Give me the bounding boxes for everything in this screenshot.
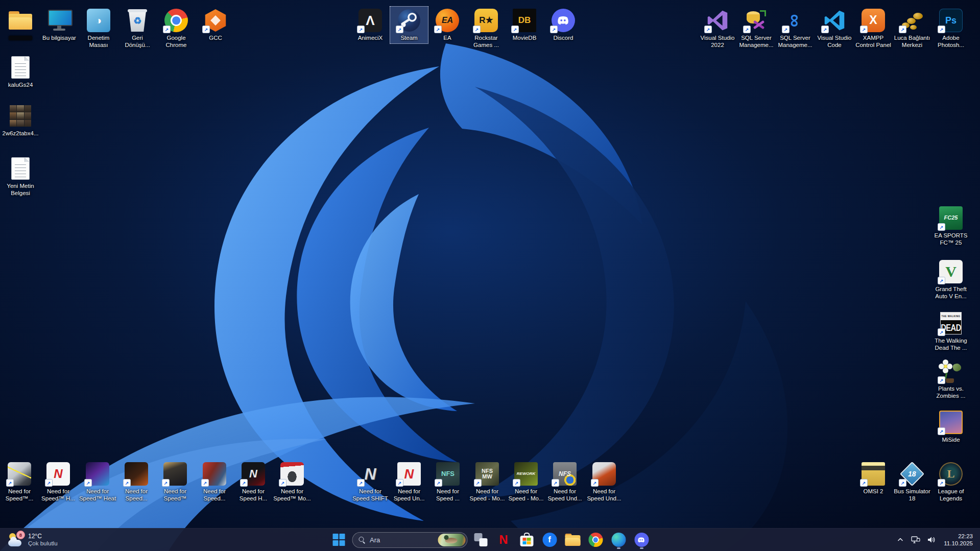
desktop-icon-miside[interactable]: ↗MiSide bbox=[931, 408, 970, 446]
windows-logo-icon bbox=[332, 534, 345, 546]
shortcut-arrow-icon: ↗ bbox=[511, 26, 519, 33]
icon-label: Plants vs. Zombies ... bbox=[932, 386, 970, 399]
desktop-icon-gcc[interactable]: ↗GCC bbox=[196, 6, 235, 44]
desktop-icon-text-file[interactable]: kaluGs24 bbox=[1, 53, 40, 91]
taskbar-file-explorer-button[interactable] bbox=[563, 530, 582, 549]
shortcut-arrow-icon: ↗ bbox=[84, 479, 92, 487]
chrome-center bbox=[172, 16, 180, 25]
desktop-icon-this-pc[interactable]: Bu bilgisayar bbox=[40, 6, 79, 44]
desktop-icon-ea[interactable]: EA↗EA bbox=[428, 6, 467, 44]
start-button[interactable] bbox=[329, 530, 348, 549]
bin-rim bbox=[128, 9, 147, 12]
desktop-icon-folder[interactable] bbox=[1, 6, 40, 42]
sql-server-management-studio-icon-box: ↗ bbox=[743, 8, 770, 33]
icon-label: OMSI 2 bbox=[864, 488, 883, 495]
chevron-up-icon[interactable] bbox=[896, 533, 905, 547]
nfs-most-wanted-camo-icon-glyph: NFS MW bbox=[482, 468, 493, 480]
desktop-icon-nfs-underground-2[interactable]: ↗Need for Speed Und... bbox=[585, 460, 624, 504]
desktop-icon-gta-v[interactable]: V↗Grand Theft Auto V En... bbox=[931, 257, 970, 302]
weather-widget[interactable]: 8 12°C Çok bulutlu bbox=[4, 529, 62, 551]
icon-label: kaluGs24 bbox=[8, 82, 33, 89]
icon-label: Need for Speed™ Heat bbox=[79, 488, 116, 502]
icon-label: The Walking Dead The ... bbox=[932, 338, 970, 351]
desktop-icon-nfs-hot-pursuit-remastered[interactable]: N↗Need for Speed™ H... bbox=[39, 460, 78, 504]
desktop-icon-ea-sports-fc-25[interactable]: FC25↗EA SPORTS FC™ 25 bbox=[931, 204, 970, 248]
desktop-icon-vscode[interactable]: ↗Visual Studio Code bbox=[815, 6, 854, 51]
desktop-icon-nfs-rework[interactable]: REWORK↗Need for Speed - Mo... bbox=[507, 460, 545, 504]
icon-label: Need for Speed... bbox=[117, 488, 155, 502]
weather-alert-badge: 8 bbox=[16, 531, 25, 539]
desktop-icon-walking-dead[interactable]: THE WALKINGDEAD↗The Walking Dead The ... bbox=[931, 309, 970, 353]
clock[interactable]: 22:23 11.10.2025 bbox=[942, 533, 975, 547]
icon-label: Rockstar Games ... bbox=[467, 35, 505, 49]
taskbar-microsoft-store-button[interactable] bbox=[517, 530, 536, 549]
taskbar-netflix-button[interactable]: N bbox=[494, 530, 513, 549]
desktop-icon-omsi-2[interactable]: ↗OMSI 2 bbox=[854, 460, 893, 497]
vscode-icon-box: ↗ bbox=[821, 8, 848, 33]
desktop-icon-nfs-undercover[interactable]: N↗Need for Speed Un... bbox=[390, 460, 428, 504]
desktop-icon-steam[interactable]: ↗Steam bbox=[390, 6, 428, 44]
desktop-icon-image-file[interactable]: 2w6z2tabx4... bbox=[1, 102, 40, 139]
icon-label: Need for Speed SHIFT bbox=[351, 488, 389, 502]
shortcut-arrow-icon: ↗ bbox=[396, 26, 403, 33]
desktop-icon-nfs-unbound[interactable]: ↗Need for Speed™... bbox=[0, 460, 39, 504]
shortcut-arrow-icon: ↗ bbox=[938, 427, 945, 435]
clock-date: 11.10.2025 bbox=[944, 540, 973, 547]
icon-label: MovieDB bbox=[513, 35, 537, 42]
weather-temperature: 12°C bbox=[28, 533, 58, 540]
desktop-icon-nfs-payback[interactable]: ↗Need for Speed... bbox=[117, 460, 156, 504]
desktop-icon-animecix[interactable]: Λ↗AnimeciX bbox=[351, 6, 390, 44]
desktop-icon-xampp[interactable]: X↗XAMPP Control Panel bbox=[854, 6, 893, 51]
taskbar-edge-button[interactable] bbox=[609, 530, 628, 549]
desktop-icon-luca-baglanti-merkezi[interactable]: ↗Luca Bağlantı Merkezi bbox=[893, 6, 931, 51]
desktop-icon-nfs-most-wanted-camo[interactable]: NFS MW↗Need for Speed - Mo... bbox=[468, 460, 507, 504]
system-tray: 22:23 11.10.2025 bbox=[896, 529, 977, 551]
desktop-icon-nfs-hp-logo[interactable]: N↗Need for Speed H... bbox=[234, 460, 273, 504]
desktop-icon-nfs-most-wanted-2012[interactable]: ↗Need for Speed™ Mo... bbox=[273, 460, 312, 504]
facebook-icon: f bbox=[542, 533, 557, 547]
taskbar-chrome-button[interactable] bbox=[586, 530, 605, 549]
desktop-icon-chrome[interactable]: ↗Google Chrome bbox=[157, 6, 196, 51]
desktop-icon-text-file[interactable]: Yeni Metin Belgesi bbox=[1, 154, 40, 199]
taskbar-discord-button[interactable] bbox=[632, 530, 651, 549]
gold-coin bbox=[913, 13, 923, 19]
edge-icon bbox=[611, 533, 626, 547]
folder-front bbox=[565, 538, 580, 546]
desktop-icon-control-panel[interactable]: ◑Denetim Masası bbox=[79, 6, 118, 51]
network-icon[interactable] bbox=[911, 533, 920, 547]
desktop-icon-moviedb[interactable]: DB↗MovieDB bbox=[505, 6, 544, 44]
taskbar-task-view-button[interactable] bbox=[471, 530, 490, 549]
weather-text: 12°C Çok bulutlu bbox=[28, 533, 58, 547]
desktop-icon-nfs-shift[interactable]: N↗Need for Speed SHIFT bbox=[351, 460, 390, 504]
icon-label: Google Chrome bbox=[157, 35, 195, 49]
desktop-icon-nfs-teal[interactable]: NFS↗Need for Speed ... bbox=[428, 460, 467, 504]
desktop-icon-bus-simulator-18[interactable]: 18↗Bus Simulator 18 bbox=[893, 460, 931, 504]
volume-icon[interactable] bbox=[926, 533, 936, 547]
face-tile bbox=[17, 112, 23, 119]
desktop-icon-photoshop[interactable]: Ps↗Adobe Photosh... bbox=[931, 6, 970, 51]
windows-pane bbox=[339, 534, 345, 539]
desktop-icon-nfs-hot-pursuit[interactable]: ↗Need for Speed... bbox=[195, 460, 234, 504]
nfs-most-wanted-camo-icon-box: NFS MW↗ bbox=[474, 461, 500, 487]
desktop-icon-league-of-legends[interactable]: L↗League of Legends bbox=[931, 460, 970, 504]
desktop-icon-sql-server-ribbon[interactable]: ∞↗SQL Server Manageme... bbox=[776, 6, 815, 51]
desktop-icon-sql-server-management-studio[interactable]: ↗SQL Server Manageme... bbox=[737, 6, 776, 51]
desktop-icon-nfs-2015[interactable]: ↗Need for Speed™ bbox=[156, 460, 195, 504]
taskbar-facebook-button[interactable]: f bbox=[540, 530, 559, 549]
desktop-icon-visual-studio-2022[interactable]: ↗Visual Studio 2022 bbox=[698, 6, 737, 51]
desktop-icon-recycle-bin[interactable]: ♻Geri Dönüşü... bbox=[118, 6, 157, 51]
shortcut-arrow-icon: ↗ bbox=[201, 479, 209, 487]
taskbar-app-icons: Nf bbox=[471, 530, 651, 549]
desktop-icon-discord[interactable]: ↗Discord bbox=[544, 6, 583, 44]
search-highlight-image[interactable] bbox=[438, 534, 465, 546]
desktop-icon-nfs-heat[interactable]: ↗Need for Speed™ Heat bbox=[78, 460, 117, 504]
search-box[interactable]: Ara bbox=[352, 532, 467, 548]
desktop-icon-plants-vs-zombies[interactable]: ↗Plants vs. Zombies ... bbox=[931, 357, 970, 401]
shortcut-arrow-icon: ↗ bbox=[123, 479, 131, 487]
text-file-icon-box bbox=[7, 55, 34, 80]
shortcut-arrow-icon: ↗ bbox=[240, 479, 248, 487]
icon-label: SQL Server Manageme... bbox=[737, 35, 775, 49]
desktop-icon-rockstar-games[interactable]: R★↗Rockstar Games ... bbox=[467, 6, 506, 51]
icon-label: Need for Speed Und... bbox=[546, 488, 584, 502]
desktop-icon-nfs-underground[interactable]: NFS↗Need for Speed Und... bbox=[545, 460, 584, 504]
